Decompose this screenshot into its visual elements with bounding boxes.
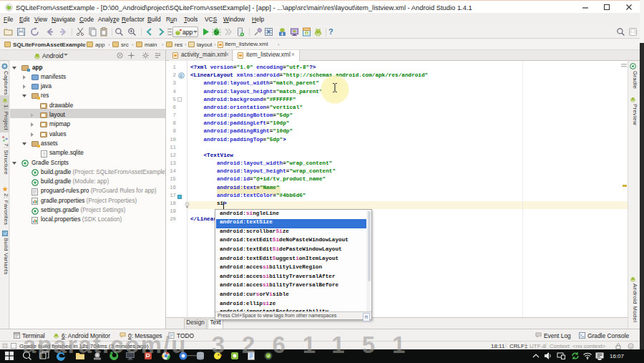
svg-text:?: ?: [43, 151, 46, 156]
